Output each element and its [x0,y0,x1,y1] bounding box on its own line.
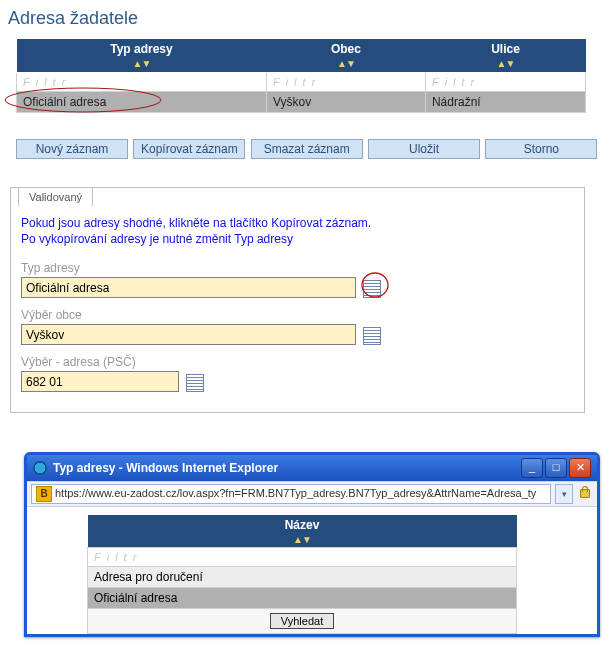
col-typ[interactable]: Typ adresy▲▼ [17,39,267,73]
filter-obec[interactable]: Filtr [266,73,425,92]
address-table: Typ adresy▲▼ Obec▲▼ Ulice▲▼ Filtr Filtr … [16,39,586,113]
sort-icon[interactable]: ▲▼ [133,58,151,69]
psc-label: Výběr - adresa (PSČ) [21,355,574,369]
cell-typ: Oficiální adresa [23,95,106,109]
page-title: Adresa žadatele [8,8,605,29]
delete-button[interactable]: Smazat záznam [251,139,363,159]
detail-pane: Validovaný Pokud jsou adresy shodné, kli… [10,187,585,413]
obec-label: Výběr obce [21,308,574,322]
obec-picker-icon[interactable] [363,327,381,345]
copy-button[interactable]: Kopírovat záznam [133,139,245,159]
filter-ulice[interactable]: Filtr [425,73,585,92]
hint-text: Pokud jsou adresy shodné, klikněte na tl… [21,215,574,247]
sort-icon[interactable]: ▲▼ [497,58,515,69]
cell-ulice: Nádražní [425,92,585,113]
cancel-button[interactable]: Storno [485,139,597,159]
save-button[interactable]: Uložit [368,139,480,159]
typ-label: Typ adresy [21,261,574,275]
new-button[interactable]: Nový záznam [16,139,128,159]
col-ulice[interactable]: Ulice▲▼ [425,39,585,73]
typ-field[interactable] [21,277,356,298]
cell-obec: Vyškov [266,92,425,113]
psc-field[interactable] [21,371,179,392]
psc-picker-icon[interactable] [186,374,204,392]
button-bar: Nový záznam Kopírovat záznam Smazat zázn… [16,139,605,159]
col-obec[interactable]: Obec▲▼ [266,39,425,73]
sort-icon[interactable]: ▲▼ [337,58,355,69]
typ-picker-icon[interactable] [363,280,381,298]
filter-typ[interactable]: Filtr [17,73,267,92]
tab-validated[interactable]: Validovaný [18,187,93,207]
obec-field[interactable] [21,324,356,345]
table-row[interactable]: Oficiální adresa Vyškov Nádražní [17,92,586,113]
